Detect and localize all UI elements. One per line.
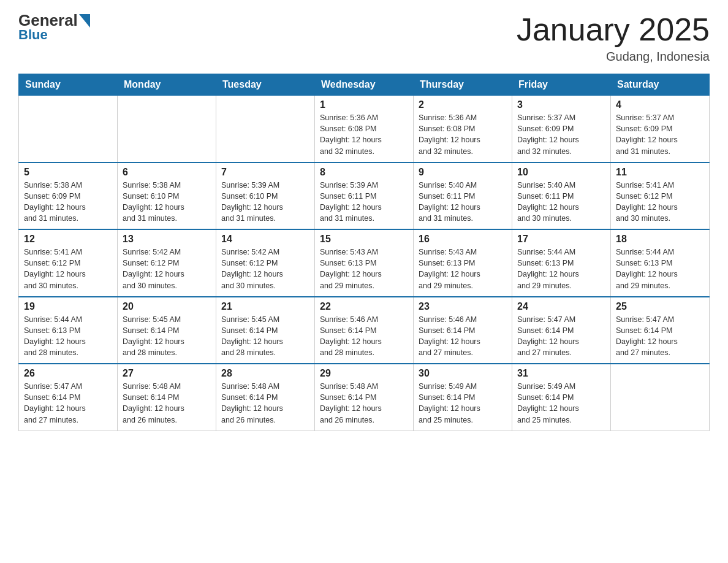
- day-number: 15: [320, 234, 408, 245]
- day-info: Sunrise: 5:47 AM Sunset: 6:14 PM Dayligh…: [24, 381, 112, 426]
- calendar-cell: 10Sunrise: 5:40 AM Sunset: 6:11 PM Dayli…: [512, 163, 611, 230]
- day-number: 21: [221, 301, 309, 312]
- calendar-week-row: 1Sunrise: 5:36 AM Sunset: 6:08 PM Daylig…: [19, 96, 710, 163]
- calendar-cell: 9Sunrise: 5:40 AM Sunset: 6:11 PM Daylig…: [414, 163, 512, 230]
- day-number: 13: [123, 234, 211, 245]
- header: General Blue January 2025 Gudang, Indone…: [18, 12, 710, 64]
- calendar-cell: 3Sunrise: 5:37 AM Sunset: 6:09 PM Daylig…: [512, 96, 611, 163]
- day-info: Sunrise: 5:49 AM Sunset: 6:14 PM Dayligh…: [517, 381, 605, 426]
- calendar-cell: 29Sunrise: 5:48 AM Sunset: 6:14 PM Dayli…: [315, 364, 414, 431]
- calendar-cell: 13Sunrise: 5:42 AM Sunset: 6:12 PM Dayli…: [118, 229, 216, 297]
- calendar-cell: 26Sunrise: 5:47 AM Sunset: 6:14 PM Dayli…: [19, 364, 118, 431]
- calendar-cell: 19Sunrise: 5:44 AM Sunset: 6:13 PM Dayli…: [19, 297, 118, 364]
- day-number: 12: [24, 234, 112, 245]
- location: Gudang, Indonesia: [517, 50, 710, 64]
- calendar-header-sunday: Sunday: [19, 74, 118, 96]
- day-info: Sunrise: 5:44 AM Sunset: 6:13 PM Dayligh…: [517, 247, 605, 291]
- calendar-cell: 30Sunrise: 5:49 AM Sunset: 6:14 PM Dayli…: [414, 364, 512, 431]
- day-info: Sunrise: 5:41 AM Sunset: 6:12 PM Dayligh…: [24, 247, 112, 291]
- day-number: 8: [320, 167, 408, 178]
- calendar-cell: 14Sunrise: 5:42 AM Sunset: 6:12 PM Dayli…: [216, 229, 315, 297]
- day-number: 5: [24, 167, 112, 178]
- day-number: 25: [616, 301, 704, 312]
- day-info: Sunrise: 5:38 AM Sunset: 6:09 PM Dayligh…: [24, 180, 112, 224]
- day-info: Sunrise: 5:43 AM Sunset: 6:13 PM Dayligh…: [419, 247, 507, 291]
- day-info: Sunrise: 5:48 AM Sunset: 6:14 PM Dayligh…: [320, 381, 408, 426]
- day-number: 19: [24, 301, 112, 312]
- calendar-cell: 22Sunrise: 5:46 AM Sunset: 6:14 PM Dayli…: [315, 297, 414, 364]
- day-number: 9: [419, 167, 507, 178]
- day-info: Sunrise: 5:37 AM Sunset: 6:09 PM Dayligh…: [616, 112, 704, 157]
- calendar-cell: [118, 96, 216, 163]
- calendar-cell: 31Sunrise: 5:49 AM Sunset: 6:14 PM Dayli…: [512, 364, 611, 431]
- day-info: Sunrise: 5:37 AM Sunset: 6:09 PM Dayligh…: [517, 112, 605, 157]
- calendar-header-tuesday: Tuesday: [216, 74, 315, 96]
- calendar-header-saturday: Saturday: [611, 74, 710, 96]
- day-info: Sunrise: 5:40 AM Sunset: 6:11 PM Dayligh…: [517, 180, 605, 224]
- calendar-cell: 12Sunrise: 5:41 AM Sunset: 6:12 PM Dayli…: [19, 229, 118, 297]
- day-number: 7: [221, 167, 309, 178]
- calendar-cell: 21Sunrise: 5:45 AM Sunset: 6:14 PM Dayli…: [216, 297, 315, 364]
- calendar-cell: 1Sunrise: 5:36 AM Sunset: 6:08 PM Daylig…: [315, 96, 414, 163]
- logo: General Blue: [18, 12, 90, 42]
- day-info: Sunrise: 5:39 AM Sunset: 6:11 PM Dayligh…: [320, 180, 408, 224]
- day-info: Sunrise: 5:39 AM Sunset: 6:10 PM Dayligh…: [221, 180, 309, 224]
- calendar-cell: 20Sunrise: 5:45 AM Sunset: 6:14 PM Dayli…: [118, 297, 216, 364]
- day-number: 1: [320, 99, 408, 110]
- day-info: Sunrise: 5:47 AM Sunset: 6:14 PM Dayligh…: [616, 314, 704, 359]
- calendar-cell: 17Sunrise: 5:44 AM Sunset: 6:13 PM Dayli…: [512, 229, 611, 297]
- calendar-header-row: SundayMondayTuesdayWednesdayThursdayFrid…: [19, 74, 710, 96]
- day-number: 4: [616, 99, 704, 110]
- day-info: Sunrise: 5:36 AM Sunset: 6:08 PM Dayligh…: [320, 112, 408, 157]
- day-info: Sunrise: 5:42 AM Sunset: 6:12 PM Dayligh…: [221, 247, 309, 291]
- day-info: Sunrise: 5:36 AM Sunset: 6:08 PM Dayligh…: [419, 112, 507, 157]
- day-number: 17: [517, 234, 605, 245]
- day-number: 3: [517, 99, 605, 110]
- calendar-cell: 15Sunrise: 5:43 AM Sunset: 6:13 PM Dayli…: [315, 229, 414, 297]
- svg-marker-0: [79, 14, 90, 28]
- day-info: Sunrise: 5:44 AM Sunset: 6:13 PM Dayligh…: [24, 314, 112, 359]
- calendar-cell: 28Sunrise: 5:48 AM Sunset: 6:14 PM Dayli…: [216, 364, 315, 431]
- calendar-cell: 18Sunrise: 5:44 AM Sunset: 6:13 PM Dayli…: [611, 229, 710, 297]
- calendar-header-wednesday: Wednesday: [315, 74, 414, 96]
- calendar-cell: [19, 96, 118, 163]
- calendar-week-row: 19Sunrise: 5:44 AM Sunset: 6:13 PM Dayli…: [19, 297, 710, 364]
- calendar: SundayMondayTuesdayWednesdayThursdayFrid…: [18, 74, 710, 431]
- day-number: 22: [320, 301, 408, 312]
- day-number: 20: [123, 301, 211, 312]
- calendar-header-friday: Friday: [512, 74, 611, 96]
- calendar-cell: 4Sunrise: 5:37 AM Sunset: 6:09 PM Daylig…: [611, 96, 710, 163]
- day-number: 29: [320, 368, 408, 379]
- calendar-cell: 25Sunrise: 5:47 AM Sunset: 6:14 PM Dayli…: [611, 297, 710, 364]
- day-number: 26: [24, 368, 112, 379]
- calendar-cell: 27Sunrise: 5:48 AM Sunset: 6:14 PM Dayli…: [118, 364, 216, 431]
- day-number: 23: [419, 301, 507, 312]
- day-number: 6: [123, 167, 211, 178]
- day-info: Sunrise: 5:48 AM Sunset: 6:14 PM Dayligh…: [123, 381, 211, 426]
- calendar-cell: 16Sunrise: 5:43 AM Sunset: 6:13 PM Dayli…: [414, 229, 512, 297]
- calendar-cell: 11Sunrise: 5:41 AM Sunset: 6:12 PM Dayli…: [611, 163, 710, 230]
- day-number: 16: [419, 234, 507, 245]
- day-info: Sunrise: 5:40 AM Sunset: 6:11 PM Dayligh…: [419, 180, 507, 224]
- logo-blue-text: Blue: [18, 28, 48, 42]
- logo-general-text: General: [18, 12, 78, 28]
- day-info: Sunrise: 5:45 AM Sunset: 6:14 PM Dayligh…: [221, 314, 309, 359]
- logo-triangle-icon: [79, 14, 90, 28]
- calendar-header-monday: Monday: [118, 74, 216, 96]
- day-info: Sunrise: 5:49 AM Sunset: 6:14 PM Dayligh…: [419, 381, 507, 426]
- day-number: 14: [221, 234, 309, 245]
- month-title: January 2025: [517, 12, 710, 47]
- day-info: Sunrise: 5:43 AM Sunset: 6:13 PM Dayligh…: [320, 247, 408, 291]
- day-info: Sunrise: 5:41 AM Sunset: 6:12 PM Dayligh…: [616, 180, 704, 224]
- day-number: 10: [517, 167, 605, 178]
- calendar-cell: 7Sunrise: 5:39 AM Sunset: 6:10 PM Daylig…: [216, 163, 315, 230]
- day-number: 30: [419, 368, 507, 379]
- day-number: 27: [123, 368, 211, 379]
- day-number: 24: [517, 301, 605, 312]
- day-info: Sunrise: 5:38 AM Sunset: 6:10 PM Dayligh…: [123, 180, 211, 224]
- calendar-cell: [611, 364, 710, 431]
- day-info: Sunrise: 5:44 AM Sunset: 6:13 PM Dayligh…: [616, 247, 704, 291]
- calendar-cell: 24Sunrise: 5:47 AM Sunset: 6:14 PM Dayli…: [512, 297, 611, 364]
- calendar-week-row: 26Sunrise: 5:47 AM Sunset: 6:14 PM Dayli…: [19, 364, 710, 431]
- title-area: January 2025 Gudang, Indonesia: [517, 12, 710, 64]
